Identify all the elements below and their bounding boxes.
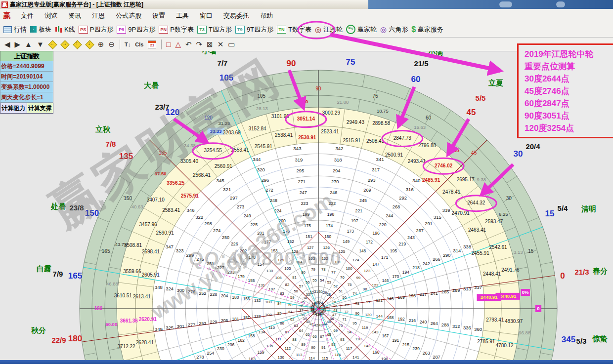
badge-icon: PS bbox=[79, 26, 88, 34]
badge-icon: P9 bbox=[117, 26, 126, 34]
next-arrow-icon[interactable]: ▶ bbox=[15, 39, 21, 50]
rotate-cw-icon[interactable]: ↷ bbox=[196, 39, 203, 50]
param-row-1: 时间=20190104 bbox=[0, 72, 53, 82]
zoom-out-icon[interactable]: ⊖ bbox=[108, 39, 115, 50]
kline-icon bbox=[55, 26, 62, 33]
toolbar-item-赢家服务[interactable]: $赢家服务 bbox=[411, 25, 443, 34]
board-icon[interactable]: ▭ bbox=[228, 39, 235, 50]
toolbar-label: 赢家服务 bbox=[418, 25, 443, 34]
up-arrow-icon[interactable]: ▲ bbox=[25, 39, 32, 50]
menu-bar: 赢 文件浏览资讯江恩公式选股设置工具窗口交易委托帮助 bbox=[0, 9, 613, 22]
menu-item-江恩[interactable]: 江恩 bbox=[87, 12, 110, 19]
toolbar-label: P数字表 bbox=[170, 25, 194, 34]
diamond-left-icon[interactable]: ← bbox=[48, 40, 56, 48]
diamond-down-icon[interactable]: ↓ bbox=[85, 40, 93, 48]
title-bar-right bbox=[368, 0, 613, 9]
price-scale-icon[interactable]: T↓ bbox=[125, 39, 131, 50]
triangle-tool-icon[interactable]: △ bbox=[175, 39, 181, 50]
quote-table-icon bbox=[3, 26, 12, 33]
annotation-line-3: 45度2746点 bbox=[525, 85, 613, 97]
cross-move-icon[interactable]: ✕ bbox=[218, 39, 224, 50]
badge-icon: T3 bbox=[197, 26, 207, 34]
param-row-0: 价格=2440.9099 bbox=[0, 61, 53, 72]
toolbar-label: 板块 bbox=[39, 25, 51, 34]
title-bar-left: 赢 赢家江恩专业版[赢家服务平台] - [上证指数 江恩轮] bbox=[0, 0, 368, 9]
toolbar-item-P四方形[interactable]: PSP四方形 bbox=[79, 25, 114, 34]
toolbar-separator bbox=[161, 40, 162, 49]
annotation-box: 2019年江恩轮中轮重要点位测算30度2644点45度2746点60度2847点… bbox=[517, 43, 613, 138]
down-arrow-icon[interactable]: ▼ bbox=[37, 39, 44, 50]
diamond-up-icon[interactable]: ↑ bbox=[73, 40, 81, 48]
menu-item-窗口[interactable]: 窗口 bbox=[194, 12, 218, 19]
toolbar-item-K线[interactable]: K线 bbox=[55, 25, 75, 34]
panel-buttons: 计算阻力计算支撑 bbox=[0, 103, 53, 114]
toolbar-label: K线 bbox=[64, 25, 75, 34]
menu-items: 文件浏览资讯江恩公式选股设置工具窗口交易委托帮助 bbox=[15, 11, 278, 20]
decoration bbox=[499, 1, 512, 7]
menu-logo-icon: 赢 bbox=[3, 11, 10, 20]
winner-wheel-icon: Big bbox=[346, 25, 355, 34]
menu-item-交易委托[interactable]: 交易委托 bbox=[218, 12, 255, 19]
toolbar-item-板块[interactable]: 板块 bbox=[30, 25, 51, 34]
toolbar-label: 江恩轮 bbox=[323, 25, 343, 34]
main-toolbar: 行情板块K线PSP四方形P99P四方形PNP数字表T3T四方形T99T四方形TN… bbox=[0, 22, 613, 38]
badge-icon: TN bbox=[277, 26, 286, 34]
instrument-name: 上证指数 bbox=[0, 51, 53, 61]
param-row-2: 变换系数=1.00000 bbox=[0, 82, 53, 92]
toolbar-label: 六角形 bbox=[389, 25, 408, 34]
button-计算支撑[interactable]: 计算支撑 bbox=[27, 103, 54, 114]
toolbar-label: P四方形 bbox=[90, 25, 114, 34]
menu-item-工具[interactable]: 工具 bbox=[171, 12, 194, 19]
annotation-line-1: 重要点位测算 bbox=[525, 60, 613, 73]
taskbar-edge bbox=[0, 360, 613, 364]
toolbar-item-9P四方形[interactable]: P99P四方形 bbox=[117, 25, 155, 34]
decoration bbox=[556, 1, 565, 7]
menu-item-资讯[interactable]: 资讯 bbox=[63, 12, 87, 19]
annotation-line-0: 2019年江恩轮中轮 bbox=[525, 48, 613, 60]
instrument-info-panel: 上证指数 价格=2440.9099时间=20190104变换系数=1.00000… bbox=[0, 51, 53, 114]
window-title: 赢家江恩专业版[赢家服务平台] - [上证指数 江恩轮] bbox=[10, 0, 143, 9]
toolbar-separator bbox=[120, 40, 120, 49]
toolbar-item-六角形[interactable]: ◎六角形 bbox=[380, 25, 408, 34]
instrument-params: 价格=2440.9099时间=20190104变换系数=1.00000周天变化步… bbox=[0, 61, 53, 103]
annotation-line-2: 30度2644点 bbox=[525, 73, 613, 85]
toolbar-item-赢家轮[interactable]: Big赢家轮 bbox=[346, 25, 377, 34]
toolbar-label: 行情 bbox=[14, 25, 27, 34]
toolbar-item-9T四方形[interactable]: T99T四方形 bbox=[235, 25, 273, 34]
toolbar-label: 赢家轮 bbox=[357, 25, 377, 34]
gann-wheel-icon: ◎ bbox=[315, 25, 321, 34]
cls-button[interactable]: Cls bbox=[135, 39, 143, 50]
menu-item-公式选股[interactable]: 公式选股 bbox=[110, 12, 147, 19]
service-icon: $ bbox=[411, 25, 416, 34]
diamond-right-icon[interactable]: → bbox=[60, 40, 69, 48]
toolbar-item-江恩轮[interactable]: ◎江恩轮 bbox=[315, 25, 343, 34]
menu-item-文件[interactable]: 文件 bbox=[15, 12, 39, 19]
title-bar: 赢 赢家江恩专业版[赢家服务平台] - [上证指数 江恩轮] bbox=[0, 0, 613, 9]
toolbar-label: 9P四方形 bbox=[128, 25, 155, 34]
param-row-3: 周天变化步长=1 bbox=[0, 92, 53, 103]
toolbar-item-T四方形[interactable]: T3T四方形 bbox=[197, 25, 232, 34]
menu-item-浏览[interactable]: 浏览 bbox=[39, 12, 63, 19]
hexagon-icon: ◎ bbox=[380, 25, 387, 34]
menu-item-设置[interactable]: 设置 bbox=[147, 12, 171, 19]
toolbar-label: T四方形 bbox=[209, 25, 232, 34]
rotate-ccw-icon[interactable]: ↶ bbox=[185, 39, 192, 50]
toolbar-label: T数字表 bbox=[288, 25, 311, 34]
menu-item-帮助[interactable]: 帮助 bbox=[255, 12, 278, 19]
rect-tool-icon[interactable]: □ bbox=[166, 39, 171, 50]
app-window: 赢 赢家江恩专业版[赢家服务平台] - [上证指数 江恩轮] 赢 文件浏览资讯江… bbox=[0, 0, 613, 364]
calendar-icon[interactable]: 21 bbox=[148, 40, 156, 48]
box-select-icon[interactable]: ⊠ bbox=[207, 39, 213, 50]
app-logo-icon: 赢 bbox=[1, 1, 8, 8]
toolbar-label: 9T四方形 bbox=[247, 25, 273, 34]
toolbar-item-T数字表[interactable]: TNT数字表 bbox=[277, 25, 311, 34]
toolbar-item-P数字表[interactable]: PNP数字表 bbox=[159, 25, 194, 34]
annotation-line-4: 60度2847点 bbox=[525, 97, 613, 110]
annotation-line-6: 120度3254点 bbox=[525, 122, 613, 134]
toolbar-item-行情[interactable]: 行情 bbox=[3, 25, 27, 34]
button-计算阻力[interactable]: 计算阻力 bbox=[0, 103, 27, 114]
zoom-in-icon[interactable]: ⊕ bbox=[98, 39, 104, 50]
prev-arrow-icon[interactable]: ◀ bbox=[4, 39, 10, 50]
badge-icon: T9 bbox=[235, 26, 245, 34]
annotation-line-5: 90度3051点 bbox=[525, 110, 613, 122]
